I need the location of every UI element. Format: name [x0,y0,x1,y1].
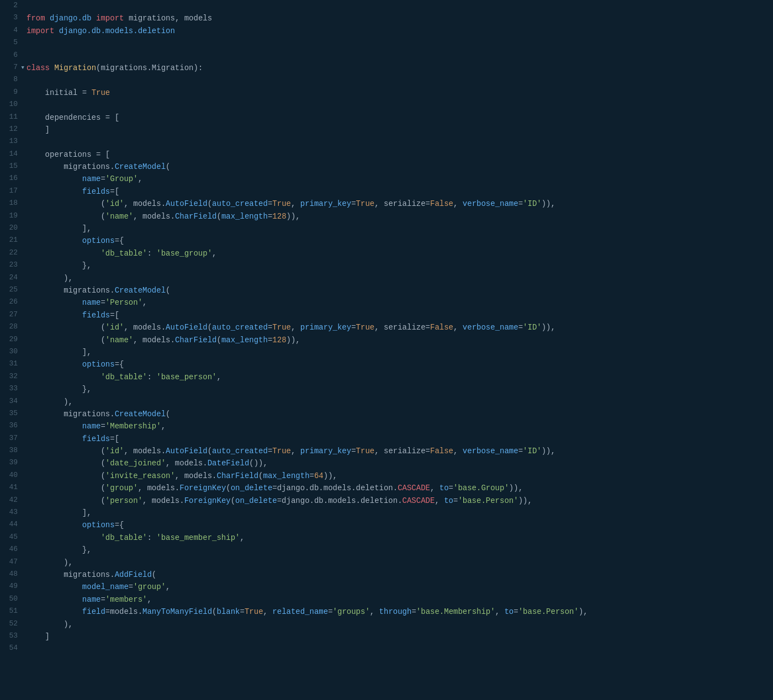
code-line: 22 'db_table': 'base_group', [0,247,773,259]
code-line: 25 migrations.CreateModel( [0,284,773,296]
code-text: ('id', models.AutoField(auto_created=Tru… [22,198,555,210]
code-line: 36 name='Membership', [0,420,773,432]
code-text: ('date_joined', models.DateField()), [22,457,268,469]
code-line: 6 [0,50,773,62]
line-number: 32 [0,371,22,383]
code-line: 9 initial = True [0,87,773,99]
code-text: migrations.AddField( [22,569,156,581]
code-text: ('invite_reason', models.CharField(max_l… [22,470,337,482]
code-line: 13 [0,136,773,148]
code-line: 41 ('group', models.ForeignKey(on_delete… [0,482,773,494]
code-line: 3from django.db import migrations, model… [0,12,773,24]
line-number: 36 [0,420,22,432]
code-line: 19 ('name', models.CharField(max_length=… [0,210,773,222]
code-text: field=models.ManyToManyField(blank=True,… [22,606,588,618]
code-text: class Migration(migrations.Migration): [22,62,203,74]
code-text: ), [22,396,73,408]
line-number: 41 [0,482,22,494]
line-number: 31 [0,358,22,370]
line-number: 23 [0,259,22,272]
line-number: 2 [0,0,22,12]
line-number: 50 [0,593,22,606]
code-text: migrations.CreateModel( [22,161,170,173]
code-line: 23 }, [0,259,773,272]
code-text: ('person', models.ForeignKey(on_delete=d… [22,495,532,507]
line-number: 20 [0,222,22,235]
code-text [22,136,27,148]
code-text: }, [22,544,92,556]
code-line: 16 name='Group', [0,173,773,185]
line-number: 10 [0,99,22,111]
line-number: 21 [0,235,22,247]
code-line: 20 ], [0,222,773,235]
code-line: 50 name='members', [0,593,773,606]
code-text: 'db_table': 'base_member_ship', [22,532,245,544]
line-number: 45 [0,532,22,544]
code-text: ), [22,272,73,284]
code-text: ), [22,556,73,569]
code-text [22,643,27,655]
code-text [22,74,27,86]
code-line: 29 ('name', models.CharField(max_length=… [0,334,773,346]
line-number: 5 [0,37,22,49]
line-number: 44 [0,519,22,531]
line-number: 9 [0,87,22,99]
code-text: ('id', models.AutoField(auto_created=Tru… [22,445,555,457]
code-view: 23from django.db import migrations, mode… [0,0,773,655]
code-line: 24 ), [0,272,773,284]
line-number: 38 [0,445,22,457]
code-line: 44 options={ [0,519,773,531]
line-number: 27 [0,309,22,321]
code-text: import django.db.models.deletion [22,25,175,37]
code-text: ], [22,346,92,358]
code-text: ('name', models.CharField(max_length=128… [22,210,300,222]
code-line: 49 model_name='group', [0,581,773,593]
code-text: ], [22,222,92,235]
code-editor: 23from django.db import migrations, mode… [0,0,773,655]
code-text: ] [22,124,50,136]
code-line: 47 ), [0,556,773,569]
code-text: name='Group', [22,173,142,185]
line-number: 24 [0,272,22,284]
line-number: 6 [0,50,22,62]
line-number: 43 [0,507,22,519]
code-line: 48 migrations.AddField( [0,569,773,581]
line-number: 47 [0,556,22,569]
code-text [22,0,27,12]
line-number: 22 [0,247,22,259]
line-number: 35 [0,408,22,420]
code-text [22,50,27,62]
code-text: fields=[ [22,185,119,198]
code-line: 10 [0,99,773,111]
code-line: 52 ), [0,618,773,630]
line-number: 52 [0,618,22,630]
line-number: 8 [0,74,22,86]
code-text: ] [22,630,50,643]
code-line: 34 ), [0,396,773,408]
line-number: 11 [0,112,22,124]
code-text: options={ [22,519,124,531]
code-text: name='Person', [22,296,147,309]
line-number: 19 [0,210,22,222]
line-number: 18 [0,198,22,210]
code-line: 45 'db_table': 'base_member_ship', [0,532,773,544]
line-number: 39 [0,457,22,469]
line-number: 16 [0,173,22,185]
code-text: }, [22,259,92,272]
code-text: }, [22,383,92,395]
code-text: options={ [22,235,124,247]
code-text: fields=[ [22,309,119,321]
code-text: ), [22,618,73,630]
code-line: 46 }, [0,544,773,556]
code-line: 11 dependencies = [ [0,112,773,124]
code-line: 2 [0,0,773,12]
code-line: 12 ] [0,124,773,136]
line-number: 53 [0,630,22,643]
code-text: from django.db import migrations, models [22,12,212,24]
code-line: 28 ('id', models.AutoField(auto_created=… [0,321,773,333]
line-number: 48 [0,569,22,581]
code-line: 54 [0,643,773,655]
code-line: 8 [0,74,773,86]
code-line: 21 options={ [0,235,773,247]
line-number: 37 [0,433,22,445]
